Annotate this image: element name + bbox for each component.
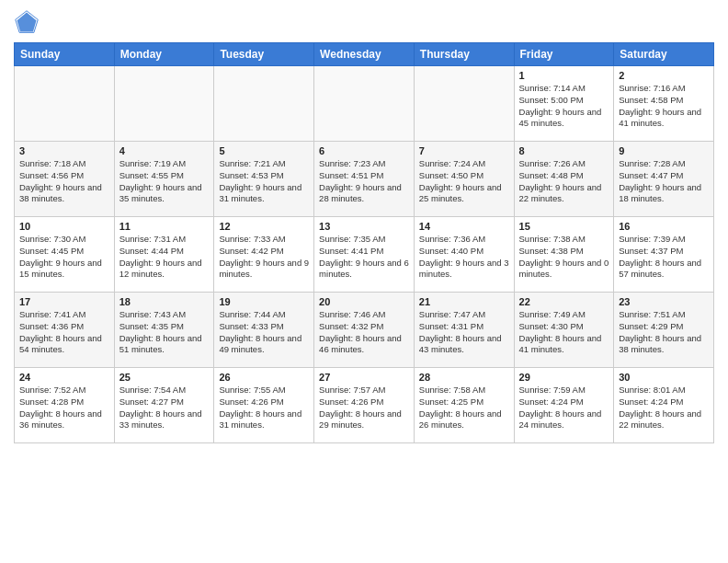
- calendar-cell: 6Sunrise: 7:23 AM Sunset: 4:51 PM Daylig…: [314, 142, 415, 217]
- calendar-cell: 11Sunrise: 7:31 AM Sunset: 4:44 PM Dayli…: [114, 217, 214, 293]
- day-number: 7: [419, 145, 509, 156]
- day-number: 16: [619, 221, 709, 232]
- calendar-cell: 9Sunrise: 7:28 AM Sunset: 4:47 PM Daylig…: [614, 142, 714, 217]
- day-info: Sunrise: 7:46 AM Sunset: 4:32 PM Dayligh…: [319, 309, 409, 356]
- day-number: 1: [519, 70, 609, 81]
- calendar-cell: [114, 66, 214, 142]
- calendar-cell: 16Sunrise: 7:39 AM Sunset: 4:37 PM Dayli…: [614, 217, 714, 293]
- day-number: 15: [519, 221, 609, 232]
- svg-marker-0: [17, 13, 37, 32]
- calendar-cell: 22Sunrise: 7:49 AM Sunset: 4:30 PM Dayli…: [514, 293, 614, 368]
- weekday-header: Friday: [514, 43, 614, 66]
- day-info: Sunrise: 7:16 AM Sunset: 4:58 PM Dayligh…: [619, 83, 709, 130]
- day-number: 13: [319, 221, 409, 232]
- day-info: Sunrise: 7:33 AM Sunset: 4:42 PM Dayligh…: [219, 234, 309, 281]
- day-number: 20: [319, 296, 409, 307]
- calendar-cell: [214, 66, 314, 142]
- day-number: 23: [619, 296, 709, 307]
- day-number: 24: [19, 372, 109, 383]
- calendar-cell: 20Sunrise: 7:46 AM Sunset: 4:32 PM Dayli…: [314, 293, 415, 368]
- calendar-cell: 21Sunrise: 7:47 AM Sunset: 4:31 PM Dayli…: [414, 293, 514, 368]
- day-number: 28: [419, 372, 509, 383]
- day-info: Sunrise: 7:52 AM Sunset: 4:28 PM Dayligh…: [19, 385, 109, 431]
- day-number: 19: [219, 296, 309, 307]
- day-number: 8: [519, 145, 609, 156]
- day-number: 17: [19, 296, 109, 307]
- calendar-cell: 3Sunrise: 7:18 AM Sunset: 4:56 PM Daylig…: [15, 142, 115, 217]
- page-container: SundayMondayTuesdayWednesdayThursdayFrid…: [0, 0, 728, 563]
- day-number: 2: [619, 70, 709, 81]
- logo-icon: [14, 9, 40, 35]
- day-info: Sunrise: 7:54 AM Sunset: 4:27 PM Dayligh…: [119, 385, 210, 431]
- day-number: 14: [419, 221, 509, 232]
- day-info: Sunrise: 7:35 AM Sunset: 4:41 PM Dayligh…: [319, 234, 409, 281]
- day-info: Sunrise: 7:59 AM Sunset: 4:24 PM Dayligh…: [519, 385, 609, 431]
- day-number: 11: [119, 221, 210, 232]
- day-number: 5: [219, 145, 309, 156]
- page-header: [14, 9, 714, 35]
- calendar-cell: 24Sunrise: 7:52 AM Sunset: 4:28 PM Dayli…: [15, 368, 115, 443]
- day-info: Sunrise: 7:21 AM Sunset: 4:53 PM Dayligh…: [219, 158, 309, 205]
- calendar-cell: 28Sunrise: 7:58 AM Sunset: 4:25 PM Dayli…: [414, 368, 514, 443]
- calendar-cell: 4Sunrise: 7:19 AM Sunset: 4:55 PM Daylig…: [114, 142, 214, 217]
- day-info: Sunrise: 7:26 AM Sunset: 4:48 PM Dayligh…: [519, 158, 609, 205]
- day-info: Sunrise: 7:14 AM Sunset: 5:00 PM Dayligh…: [519, 83, 609, 130]
- day-info: Sunrise: 7:23 AM Sunset: 4:51 PM Dayligh…: [319, 158, 409, 205]
- day-number: 4: [119, 145, 210, 156]
- weekday-header: Saturday: [614, 43, 714, 66]
- calendar-cell: 19Sunrise: 7:44 AM Sunset: 4:33 PM Dayli…: [214, 293, 314, 368]
- calendar-cell: 29Sunrise: 7:59 AM Sunset: 4:24 PM Dayli…: [514, 368, 614, 443]
- day-info: Sunrise: 7:51 AM Sunset: 4:29 PM Dayligh…: [619, 309, 709, 356]
- day-info: Sunrise: 7:36 AM Sunset: 4:40 PM Dayligh…: [419, 234, 509, 281]
- calendar-cell: 26Sunrise: 7:55 AM Sunset: 4:26 PM Dayli…: [214, 368, 314, 443]
- day-number: 22: [519, 296, 609, 307]
- day-info: Sunrise: 7:43 AM Sunset: 4:35 PM Dayligh…: [119, 309, 210, 356]
- weekday-header: Wednesday: [314, 43, 415, 66]
- day-info: Sunrise: 7:47 AM Sunset: 4:31 PM Dayligh…: [419, 309, 509, 356]
- weekday-header: Monday: [114, 43, 214, 66]
- weekday-header: Tuesday: [214, 43, 314, 66]
- calendar-cell: 5Sunrise: 7:21 AM Sunset: 4:53 PM Daylig…: [214, 142, 314, 217]
- calendar-week-row: 10Sunrise: 7:30 AM Sunset: 4:45 PM Dayli…: [15, 217, 714, 293]
- calendar-cell: 27Sunrise: 7:57 AM Sunset: 4:26 PM Dayli…: [314, 368, 415, 443]
- day-number: 18: [119, 296, 210, 307]
- calendar-week-row: 24Sunrise: 7:52 AM Sunset: 4:28 PM Dayli…: [15, 368, 714, 443]
- calendar-cell: 15Sunrise: 7:38 AM Sunset: 4:38 PM Dayli…: [514, 217, 614, 293]
- calendar-week-row: 3Sunrise: 7:18 AM Sunset: 4:56 PM Daylig…: [15, 142, 714, 217]
- calendar-cell: 8Sunrise: 7:26 AM Sunset: 4:48 PM Daylig…: [514, 142, 614, 217]
- day-info: Sunrise: 7:55 AM Sunset: 4:26 PM Dayligh…: [219, 385, 309, 431]
- calendar-cell: [15, 66, 115, 142]
- calendar-cell: 14Sunrise: 7:36 AM Sunset: 4:40 PM Dayli…: [414, 217, 514, 293]
- day-number: 26: [219, 372, 309, 383]
- day-number: 25: [119, 372, 210, 383]
- day-number: 29: [519, 372, 609, 383]
- day-info: Sunrise: 7:31 AM Sunset: 4:44 PM Dayligh…: [119, 234, 210, 281]
- day-info: Sunrise: 7:58 AM Sunset: 4:25 PM Dayligh…: [419, 385, 509, 431]
- day-info: Sunrise: 7:41 AM Sunset: 4:36 PM Dayligh…: [19, 309, 109, 356]
- day-info: Sunrise: 7:19 AM Sunset: 4:55 PM Dayligh…: [119, 158, 210, 205]
- day-info: Sunrise: 7:44 AM Sunset: 4:33 PM Dayligh…: [219, 309, 309, 356]
- day-number: 21: [419, 296, 509, 307]
- calendar-cell: 1Sunrise: 7:14 AM Sunset: 5:00 PM Daylig…: [514, 66, 614, 142]
- day-info: Sunrise: 8:01 AM Sunset: 4:24 PM Dayligh…: [619, 385, 709, 431]
- day-number: 12: [219, 221, 309, 232]
- weekday-header: Sunday: [15, 43, 115, 66]
- calendar-cell: [414, 66, 514, 142]
- calendar-week-row: 1Sunrise: 7:14 AM Sunset: 5:00 PM Daylig…: [15, 66, 714, 142]
- calendar-header-row: SundayMondayTuesdayWednesdayThursdayFrid…: [15, 43, 714, 66]
- calendar-cell: 12Sunrise: 7:33 AM Sunset: 4:42 PM Dayli…: [214, 217, 314, 293]
- calendar-cell: [314, 66, 415, 142]
- day-number: 6: [319, 145, 409, 156]
- calendar-cell: 13Sunrise: 7:35 AM Sunset: 4:41 PM Dayli…: [314, 217, 415, 293]
- calendar-cell: 25Sunrise: 7:54 AM Sunset: 4:27 PM Dayli…: [114, 368, 214, 443]
- calendar-cell: 2Sunrise: 7:16 AM Sunset: 4:58 PM Daylig…: [614, 66, 714, 142]
- calendar-cell: 17Sunrise: 7:41 AM Sunset: 4:36 PM Dayli…: [15, 293, 115, 368]
- day-info: Sunrise: 7:28 AM Sunset: 4:47 PM Dayligh…: [619, 158, 709, 205]
- logo: [14, 9, 43, 35]
- day-info: Sunrise: 7:24 AM Sunset: 4:50 PM Dayligh…: [419, 158, 509, 205]
- day-info: Sunrise: 7:39 AM Sunset: 4:37 PM Dayligh…: [619, 234, 709, 281]
- day-info: Sunrise: 7:49 AM Sunset: 4:30 PM Dayligh…: [519, 309, 609, 356]
- day-number: 27: [319, 372, 409, 383]
- calendar-week-row: 17Sunrise: 7:41 AM Sunset: 4:36 PM Dayli…: [15, 293, 714, 368]
- day-number: 3: [19, 145, 109, 156]
